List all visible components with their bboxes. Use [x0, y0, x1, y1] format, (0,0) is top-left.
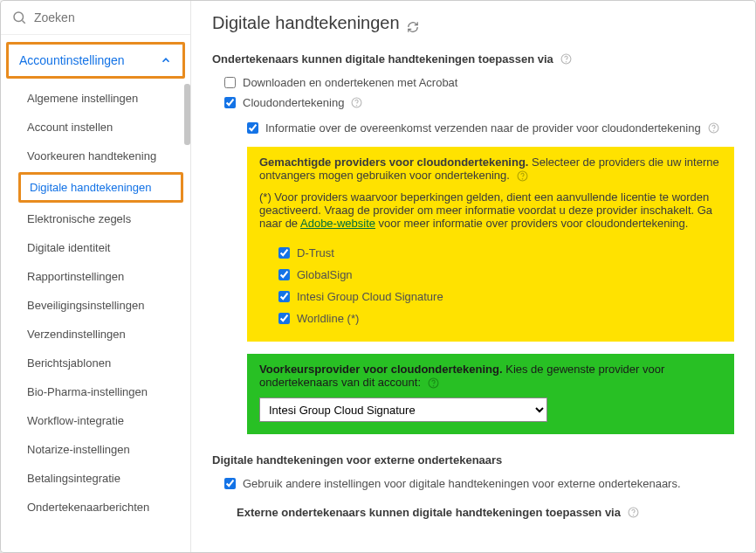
cloud-checkbox[interactable] [224, 97, 236, 108]
sidebar-item[interactable]: Betalingsintegratie [11, 464, 190, 493]
provider-option[interactable]: Intesi Group Cloud Signature [259, 286, 722, 308]
sidebar-item[interactable]: Workflow-integratie [11, 406, 190, 435]
provider-label: Intesi Group Cloud Signature [297, 290, 443, 303]
sidebar-item[interactable]: Elektronische zegels [11, 204, 190, 233]
provider-option[interactable]: D-Trust [259, 242, 722, 264]
providers-block: Gemachtigde providers voor cloudondertek… [247, 147, 734, 342]
provider-checkbox[interactable] [278, 291, 290, 302]
search-input[interactable] [34, 10, 187, 24]
sidebar-item[interactable]: Beveiligingsinstellingen [11, 291, 190, 320]
help-icon[interactable] [351, 97, 362, 108]
provider-checkbox[interactable] [278, 313, 290, 324]
sidebar-item[interactable]: Voorkeuren handtekening [11, 142, 190, 170]
section-accountinstellingen[interactable]: Accountinstellingen [6, 42, 185, 79]
svg-line-1 [22, 20, 24, 23]
provider-label: D-Trust [297, 246, 334, 259]
external-use-other-option[interactable]: Gebruik andere instellingen voor digital… [212, 474, 734, 494]
signers-heading: Ondertekenaars kunnen digitale handteken… [212, 52, 734, 66]
section-label: Accountinstellingen [19, 53, 125, 67]
svg-point-13 [633, 515, 634, 516]
sidebar-item[interactable]: Ondertekenaarberichten [11, 493, 190, 522]
sidebar-item[interactable]: Berichtsjablonen [11, 349, 190, 377]
chevron-up-icon [160, 54, 172, 66]
svg-point-9 [522, 179, 523, 180]
provider-label: GlobalSign [297, 268, 353, 281]
preferred-block: Voorkeursprovider voor cloudondertekenin… [247, 354, 734, 434]
external-use-other-label: Gebruik andere instellingen voor digital… [243, 477, 681, 490]
sidebar-item[interactable]: Digitale handtekeningen [18, 172, 183, 203]
page-title-text: Digitale handtekeningen [212, 13, 400, 33]
svg-point-3 [566, 61, 567, 62]
preferred-blurb: Voorkeursprovider voor cloudondertekenin… [259, 363, 722, 389]
sidebar-item[interactable]: Bio-Pharma-instellingen [11, 377, 190, 406]
svg-point-5 [357, 105, 358, 106]
provider-label: Worldline (*) [297, 312, 359, 325]
page-title: Digitale handtekeningen [212, 13, 734, 33]
sidebar: Accountinstellingen Algemene instellinge… [1, 1, 191, 552]
help-icon[interactable] [560, 53, 572, 65]
sidebar-item[interactable]: Notarize-instellingen [11, 435, 190, 464]
providers-blurb: Gemachtigde providers voor cloudondertek… [259, 156, 722, 182]
help-icon[interactable] [517, 170, 528, 182]
svg-point-7 [713, 130, 714, 131]
refresh-icon[interactable] [407, 17, 419, 30]
external-sub-heading: Externe ondertekenaars kunnen digitale h… [237, 506, 734, 519]
cloud-option[interactable]: Cloudondertekening [212, 93, 734, 113]
sidebar-item[interactable]: Verzendinstellingen [11, 320, 190, 349]
svg-point-11 [433, 386, 434, 387]
providers-note: (*) Voor providers waarvoor beperkingen … [259, 190, 722, 230]
sidebar-item[interactable]: Digitale identiteit [11, 233, 190, 262]
preferred-provider-select[interactable]: Intesi Group Cloud Signature [259, 397, 547, 422]
cloud-label: Cloudondertekening [243, 96, 344, 109]
cloud-info-checkbox[interactable] [247, 122, 258, 134]
provider-checkbox[interactable] [278, 247, 290, 259]
external-heading: Digitale handtekeningen voor externe ond… [212, 453, 734, 467]
nav-list: Algemene instellingenAccount instellenVo… [1, 84, 190, 522]
sidebar-item[interactable]: Rapportinstellingen [11, 262, 190, 291]
adobe-website-link[interactable]: Adobe-website [300, 217, 375, 230]
svg-point-0 [14, 12, 24, 22]
provider-checkbox[interactable] [278, 269, 290, 280]
search-icon [11, 10, 27, 25]
scrollbar-thumb[interactable] [184, 84, 190, 145]
provider-list: D-TrustGlobalSignIntesi Group Cloud Sign… [259, 242, 722, 329]
cloud-info-label: Informatie over de overeenkomst verzende… [265, 121, 701, 135]
provider-option[interactable]: GlobalSign [259, 264, 722, 286]
search-row [1, 1, 190, 35]
cloud-info-option[interactable]: Informatie over de overeenkomst verzende… [247, 118, 734, 138]
external-use-other-checkbox[interactable] [224, 478, 236, 489]
help-icon[interactable] [628, 507, 639, 518]
help-icon[interactable] [708, 122, 719, 134]
provider-option[interactable]: Worldline (*) [259, 308, 722, 329]
download-label: Downloaden en ondertekenen met Acrobat [243, 76, 457, 89]
download-option[interactable]: Downloaden en ondertekenen met Acrobat [212, 73, 734, 93]
download-checkbox[interactable] [224, 77, 236, 88]
sidebar-item[interactable]: Algemene instellingen [11, 84, 190, 113]
main-content: Digitale handtekeningen Ondertekenaars k… [191, 1, 755, 552]
sidebar-item[interactable]: Account instellen [11, 113, 190, 142]
help-icon[interactable] [428, 377, 439, 389]
